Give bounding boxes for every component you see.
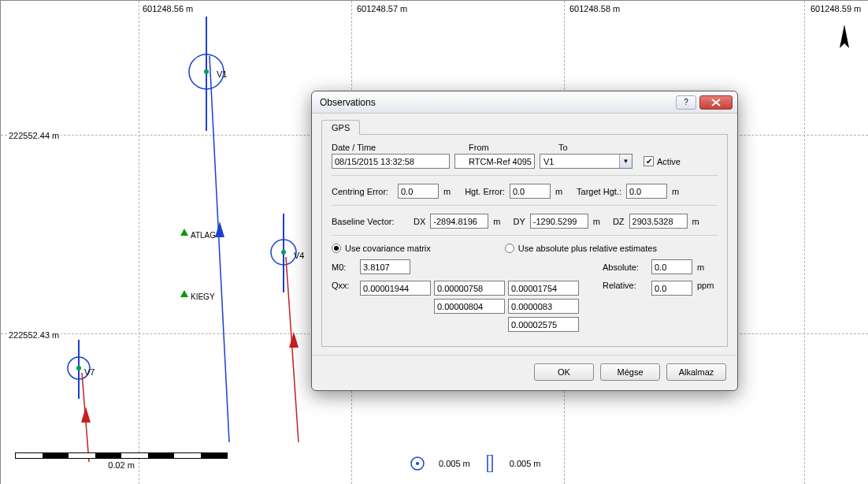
svg-point-4 [204,69,209,74]
radio-cov-label: Use covariance matrix [345,244,431,253]
dz-input[interactable] [629,214,688,229]
dz-label: DZ [613,217,625,226]
dx-input[interactable] [430,214,488,229]
north-arrow-icon [836,24,852,56]
close-button[interactable] [699,95,733,110]
col-header-datetime: Date / Time [332,143,464,152]
svg-line-12 [82,373,89,462]
centring-label: Centring Error: [332,187,393,196]
qxx-input[interactable] [434,299,505,314]
datetime-input[interactable] [332,154,450,169]
tab-gps[interactable]: GPS [321,120,360,135]
triangle-kiegy [180,290,188,297]
dy-label: DY [513,217,525,226]
apply-button[interactable]: Alkalmaz [666,363,726,381]
y-axis-label: 222552.44 m [7,131,61,140]
cancel-button[interactable]: Mégse [600,363,660,381]
legend: 0.005 m 0.005 m [410,455,541,472]
x-axis-label: 601248.58 m [568,4,621,13]
scale-bar: 0.02 m [15,452,228,470]
qxx-input[interactable] [434,281,505,296]
relative-label: Relative: [603,281,647,290]
svg-marker-15 [840,24,849,48]
close-icon [711,99,721,106]
gridline-v [804,1,805,484]
y-axis-label: 222552.43 m [7,330,61,340]
unit-m: m [692,217,699,226]
dy-input[interactable] [530,214,588,229]
col-header-to: To [558,143,645,152]
qxx-input[interactable] [508,299,579,314]
active-label: Active [657,157,681,166]
point-label-atlag: ATLAG [191,231,216,240]
unit-m: m [443,187,451,196]
point-label-v1: V1 [215,69,228,79]
qxx-grid [360,281,579,332]
svg-line-7 [286,257,299,442]
legend-circle-icon [410,456,425,471]
unit-m: m [672,187,679,196]
point-label-kiegy: KIEGY [191,292,215,301]
scale-label: 0.02 m [15,460,228,470]
absolute-input[interactable] [651,259,692,274]
hgt-error-label: Hgt. Error: [465,187,505,196]
x-axis-label: 601248.57 m [355,4,409,13]
baseline-label: Baseline Vector: [332,217,409,226]
qxx-input[interactable] [508,317,579,332]
x-axis-label: 601248.56 m [141,4,195,13]
point-label-v7: V7 [83,367,96,377]
titlebar[interactable]: Observations ? [312,91,737,114]
help-button[interactable]: ? [676,95,696,110]
unit-m: m [555,187,562,196]
legend-circle-label: 0.005 m [439,459,470,468]
target-hgt-input[interactable] [626,184,667,199]
chevron-down-icon: ▼ [619,155,632,168]
dialog-title: Observations [320,97,673,108]
unit-m: m [593,217,600,226]
svg-marker-13 [81,407,91,423]
ok-button[interactable]: OK [534,363,594,381]
gridline-v [139,1,139,484]
qxx-input[interactable] [360,281,431,296]
legend-bar-icon [484,455,495,472]
legend-bar-label: 0.005 m [510,459,541,468]
svg-point-9 [281,250,286,255]
triangle-atlag [180,229,188,236]
target-hgt-label: Target Hgt.: [577,187,621,196]
m0-input[interactable] [360,259,410,274]
point-label-v4: V4 [292,251,306,260]
absolute-label: Absolute: [603,262,647,272]
unit-ppm: ppm [697,281,718,290]
to-value: V1 [540,157,619,166]
svg-point-17 [416,462,419,465]
active-checkbox[interactable]: ✔ Active [644,156,681,166]
hgt-error-input[interactable] [510,184,551,199]
from-input[interactable] [454,154,535,169]
dx-label: DX [414,217,425,226]
svg-rect-18 [488,455,492,472]
col-header-from: From [469,143,554,152]
svg-marker-3 [215,222,224,237]
radio-abs[interactable]: Use absolute plus relative estimates [505,244,657,253]
radio-cov[interactable]: Use covariance matrix [332,244,431,253]
svg-line-2 [210,56,229,442]
observations-dialog: Observations ? GPS Date / Time From To V… [311,91,738,391]
m0-label: M0: [332,262,355,272]
qxx-input[interactable] [508,281,579,296]
svg-point-14 [76,366,81,370]
radio-abs-label: Use absolute plus relative estimates [518,244,657,253]
unit-m: m [493,217,500,226]
to-combo[interactable]: V1 ▼ [540,154,632,169]
relative-input[interactable] [651,281,692,296]
unit-m: m [697,262,718,272]
centring-input[interactable] [398,184,439,199]
svg-marker-8 [289,332,299,348]
qxx-label: Qxx: [332,281,355,290]
x-axis-label: 601248.59 m [809,4,862,13]
